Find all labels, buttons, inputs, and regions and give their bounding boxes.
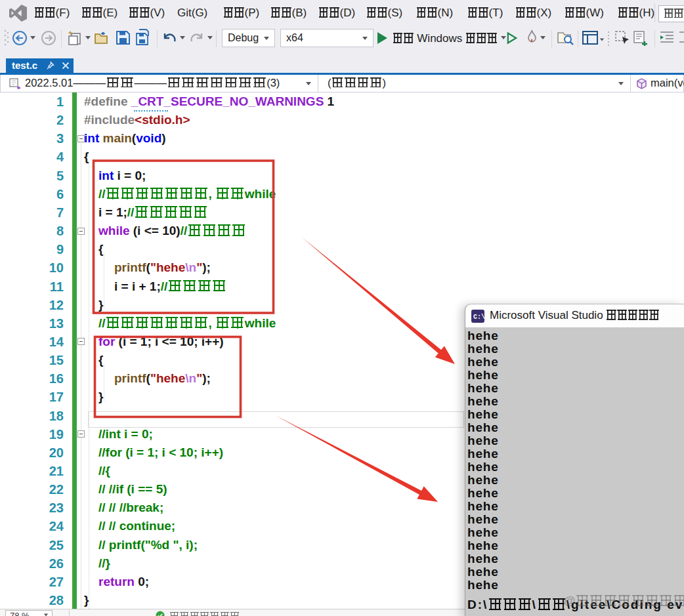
- svg-text:C:\: C:\: [473, 314, 484, 321]
